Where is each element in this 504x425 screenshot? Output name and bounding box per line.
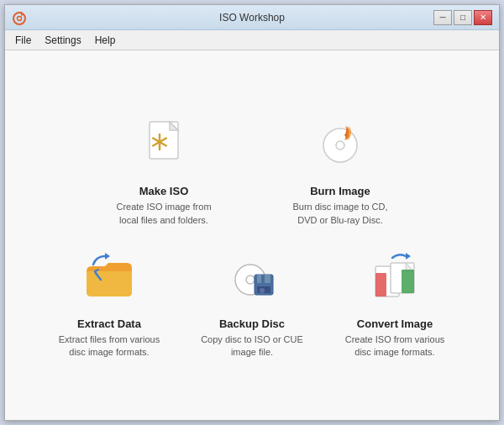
convert-image-icon-area xyxy=(361,244,428,311)
backup-disc-item[interactable]: Backup Disc Copy disc to ISO or CUE imag… xyxy=(197,244,307,359)
menu-help[interactable]: Help xyxy=(88,33,123,48)
svg-marker-9 xyxy=(105,253,110,260)
maximize-button[interactable]: □ xyxy=(454,10,472,25)
convert-image-desc: Create ISO from various disc image forma… xyxy=(340,333,449,359)
make-iso-title: Make ISO xyxy=(139,185,189,197)
extract-data-icon-area xyxy=(76,244,143,311)
svg-rect-19 xyxy=(375,273,386,296)
main-content: Make ISO Create ISO image from local fil… xyxy=(5,50,499,420)
make-iso-desc: Create ISO image from local files and fo… xyxy=(109,201,218,227)
backup-disc-icon xyxy=(223,248,281,307)
svg-point-11 xyxy=(246,275,255,284)
extract-data-icon xyxy=(80,248,139,307)
svg-rect-14 xyxy=(261,275,265,283)
extract-data-title: Extract Data xyxy=(77,317,141,330)
make-iso-item[interactable]: Make ISO Create ISO image from local fil… xyxy=(109,111,218,227)
convert-image-icon xyxy=(365,248,424,307)
menu-file[interactable]: File xyxy=(8,33,38,48)
minimize-button[interactable]: ─ xyxy=(433,10,452,25)
burn-image-icon xyxy=(311,115,370,174)
make-iso-icon xyxy=(134,115,193,174)
extract-data-desc: Extract files from various disc image fo… xyxy=(55,333,164,359)
main-window: ISO Workshop ─ □ ✕ File Settings Help xyxy=(4,4,500,421)
svg-point-8 xyxy=(336,141,344,150)
svg-point-16 xyxy=(260,288,265,293)
burn-image-title: Burn Image xyxy=(310,185,370,197)
window-title: ISO Workshop xyxy=(219,12,285,24)
close-button[interactable]: ✕ xyxy=(474,10,492,25)
burn-image-icon-area xyxy=(307,111,374,178)
svg-rect-22 xyxy=(402,270,414,293)
burn-image-item[interactable]: Burn Image Burn disc image to CD, DVD or… xyxy=(286,111,395,227)
title-bar: ISO Workshop ─ □ ✕ xyxy=(5,5,499,30)
extract-data-item[interactable]: Extract Data Extract files from various … xyxy=(55,244,164,359)
title-bar-left xyxy=(12,10,27,25)
title-bar-controls: ─ □ ✕ xyxy=(433,10,492,25)
svg-point-1 xyxy=(18,16,22,20)
backup-disc-title: Backup Disc xyxy=(219,317,285,330)
backup-disc-desc: Copy disc to ISO or CUE image file. xyxy=(197,333,307,359)
top-row: Make ISO Create ISO image from local fil… xyxy=(109,111,395,227)
burn-image-desc: Burn disc image to CD, DVD or Blu-ray Di… xyxy=(286,201,395,227)
convert-image-title: Convert Image xyxy=(357,317,433,330)
menu-bar: File Settings Help xyxy=(5,30,499,50)
app-icon xyxy=(12,10,27,25)
svg-marker-23 xyxy=(406,253,411,260)
svg-point-0 xyxy=(13,13,25,24)
menu-settings[interactable]: Settings xyxy=(38,33,87,48)
backup-disc-icon-area xyxy=(218,244,286,311)
make-iso-icon-area xyxy=(130,111,197,178)
convert-image-item[interactable]: Convert Image Create ISO from various di… xyxy=(340,244,449,359)
bottom-row: Extract Data Extract files from various … xyxy=(55,244,449,359)
